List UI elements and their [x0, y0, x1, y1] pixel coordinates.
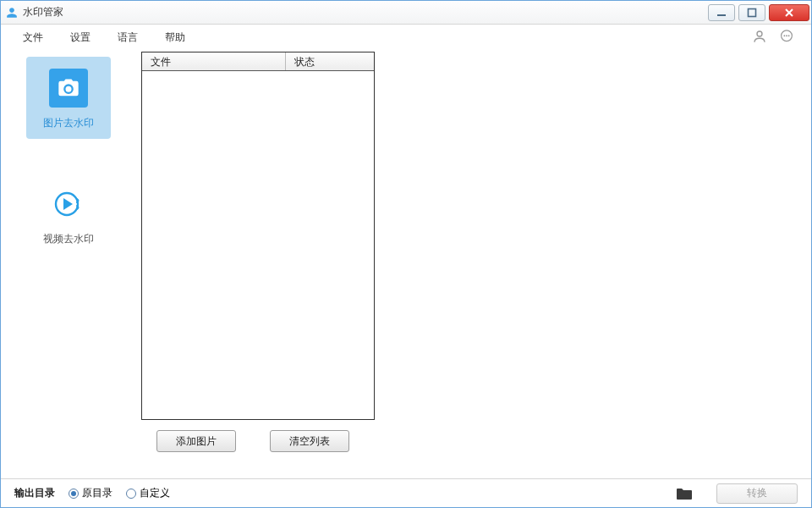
titlebar: 水印管家	[1, 1, 811, 25]
footer: 输出目录 原目录 自定义 转换	[1, 478, 811, 507]
minimize-button[interactable]	[708, 4, 735, 21]
user-icon[interactable]	[752, 29, 767, 47]
radio-icon	[69, 489, 79, 499]
radio-label: 自定义	[140, 486, 170, 500]
header-right-icons	[752, 29, 804, 47]
menu-help[interactable]: 帮助	[158, 27, 192, 48]
window-title: 水印管家	[23, 5, 63, 19]
radio-label: 原目录	[82, 486, 112, 500]
svg-rect-1	[749, 8, 756, 16]
sidebar-item-label: 视频去水印	[43, 232, 94, 246]
svg-point-5	[788, 35, 790, 36]
column-file[interactable]: 文件	[142, 52, 286, 70]
menu-file[interactable]: 文件	[16, 27, 50, 48]
sidebar: 图片去水印 视频去水印	[1, 50, 136, 478]
folder-icon[interactable]	[676, 487, 693, 500]
radio-original-dir[interactable]: 原目录	[69, 486, 112, 500]
add-image-button[interactable]: 添加图片	[156, 430, 236, 452]
menu-settings[interactable]: 设置	[63, 27, 97, 48]
menubar: 文件 设置 语言 帮助	[1, 25, 811, 50]
table-header: 文件 状态	[142, 52, 374, 71]
feedback-icon[interactable]	[779, 29, 794, 47]
svg-point-3	[783, 35, 785, 36]
radio-custom-dir[interactable]: 自定义	[126, 486, 170, 500]
table-body[interactable]	[142, 71, 374, 419]
sidebar-item-image-watermark[interactable]: 图片去水印	[26, 57, 111, 139]
table-actions: 添加图片 清空列表	[141, 420, 375, 452]
maximize-button[interactable]	[738, 4, 765, 21]
file-table: 文件 状态	[141, 52, 375, 420]
close-button[interactable]	[769, 4, 809, 21]
convert-button[interactable]: 转换	[716, 483, 798, 504]
main-area: 图片去水印 视频去水印 文件 状态 添加图片 清空列表	[1, 50, 811, 478]
window-buttons	[706, 4, 811, 21]
sidebar-item-video-watermark[interactable]: 视频去水印	[26, 173, 111, 255]
app-icon	[6, 7, 18, 19]
svg-rect-0	[717, 14, 726, 16]
svg-point-4	[786, 35, 787, 36]
sidebar-item-label: 图片去水印	[43, 116, 94, 130]
radio-icon	[126, 489, 136, 499]
menu-language[interactable]: 语言	[111, 27, 145, 48]
output-dir-label: 输出目录	[14, 486, 55, 500]
column-status[interactable]: 状态	[286, 52, 374, 70]
clear-list-button[interactable]: 清空列表	[270, 430, 349, 452]
camera-icon	[49, 69, 88, 108]
play-icon	[49, 185, 88, 224]
center-panel: 文件 状态 添加图片 清空列表	[136, 50, 375, 478]
